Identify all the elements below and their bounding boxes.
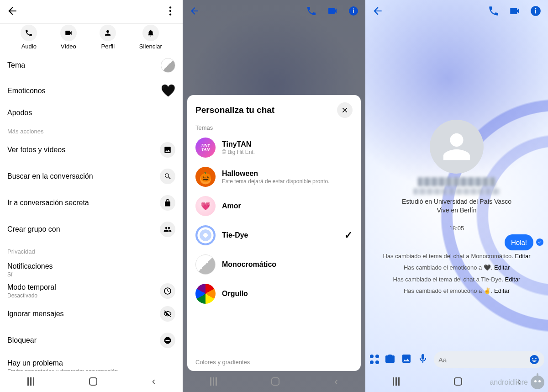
nicknames-row[interactable]: Apodos xyxy=(0,103,183,122)
edit-link[interactable]: Editar xyxy=(494,264,510,271)
nav-recents-icon[interactable] xyxy=(27,377,34,386)
more-icon[interactable] xyxy=(164,5,176,19)
svg-point-1 xyxy=(169,10,171,11)
block-row[interactable]: Bloquear xyxy=(0,327,183,354)
nav-recents-icon[interactable] xyxy=(210,377,217,386)
message-input[interactable] xyxy=(438,356,525,364)
settings-topbar xyxy=(0,0,183,24)
mute-button[interactable]: Silenciar xyxy=(139,25,162,50)
bio-line-2: Vive en Berlín xyxy=(437,207,477,214)
watermark-text: androidlibre xyxy=(490,378,528,387)
person-icon xyxy=(100,25,116,41)
watermark: androidlibre xyxy=(490,376,544,389)
theme-name: TinyTAN xyxy=(222,140,255,148)
svg-point-2 xyxy=(169,13,171,15)
svg-rect-10 xyxy=(535,10,536,14)
check-icon: ✓ xyxy=(344,229,353,241)
theme-halloween[interactable]: HalloweenEste tema dejará de estar dispo… xyxy=(193,162,355,191)
robot-icon xyxy=(531,376,544,389)
privacy-header: Privacidad xyxy=(0,243,183,257)
heart-icon: 🖤 xyxy=(161,84,175,98)
theme-row[interactable]: Tema xyxy=(0,53,183,78)
group-row[interactable]: Crear grupo con xyxy=(0,216,183,243)
block-label: Bloquear xyxy=(7,336,37,344)
theme-tiedye[interactable]: Tie-Dye ✓ xyxy=(193,221,355,250)
theme-circle-icon xyxy=(195,167,216,187)
sheet-title: Personaliza tu chat xyxy=(195,105,274,115)
apps-icon[interactable] xyxy=(370,355,379,365)
theme-amor[interactable]: Amor xyxy=(193,191,355,221)
theme-swatch-icon xyxy=(161,58,175,73)
svg-point-14 xyxy=(535,358,537,360)
phone-icon xyxy=(306,5,317,18)
ignore-row[interactable]: Ignorar mensajes xyxy=(0,301,183,327)
avatar[interactable] xyxy=(430,120,484,174)
theme-mono[interactable]: Monocromático xyxy=(193,250,355,279)
nav-back-icon[interactable]: ‹ xyxy=(334,375,338,388)
mic-icon[interactable] xyxy=(417,353,428,366)
theme-name: Monocromático xyxy=(222,260,276,269)
video-label: Vídeo xyxy=(61,43,76,50)
edit-link[interactable]: Editar xyxy=(494,287,510,294)
theme-circle-icon xyxy=(195,138,216,158)
nav-home-icon[interactable] xyxy=(271,377,279,386)
quick-actions: Audio Vídeo Perfil Silenciar xyxy=(0,24,183,53)
theme-sheet: Personaliza tu chat Temas TinyTAN© Big H… xyxy=(187,95,361,371)
chat-panel: Estudió en Universidad del País VascoViv… xyxy=(365,0,548,392)
themes-section-label: Temas xyxy=(193,121,355,133)
back-icon xyxy=(189,5,200,18)
theme-picker-panel: Personaliza tu chat Temas TinyTAN© Big H… xyxy=(183,0,365,392)
camera-icon[interactable] xyxy=(509,5,521,19)
close-icon[interactable] xyxy=(337,102,353,118)
audio-label: Audio xyxy=(21,43,37,50)
theme-desc: © Big Hit Ent. xyxy=(222,149,255,155)
temp-label: Modo temporal xyxy=(7,283,56,291)
profile-button[interactable]: Perfil xyxy=(100,25,116,50)
gallery-icon[interactable] xyxy=(401,353,412,366)
view-media-row[interactable]: Ver fotos y vídeos xyxy=(0,137,183,163)
sent-bubble[interactable]: Hola! xyxy=(505,234,533,250)
nav-recents-icon[interactable] xyxy=(393,377,400,386)
theme-tinytan[interactable]: TinyTAN© Big Hit Ent. xyxy=(193,133,355,162)
timer-icon xyxy=(160,283,175,299)
video-button[interactable]: Vídeo xyxy=(60,25,77,50)
eye-off-icon xyxy=(160,306,175,322)
camera-icon xyxy=(60,25,77,41)
notifications-row[interactable]: Notificaciones Sí xyxy=(0,257,183,280)
temp-mode-row[interactable]: Modo temporal Desactivado xyxy=(0,280,183,301)
theme-name: Halloween xyxy=(222,170,329,178)
theme-name: Tie-Dye xyxy=(222,231,248,239)
system-message: Has cambiado el emoticono a 🖤. Editar xyxy=(365,262,548,274)
composer: ✌️ xyxy=(365,348,548,371)
nav-home-icon[interactable] xyxy=(454,377,462,386)
message-input-wrap xyxy=(434,351,544,368)
theme-circle-icon xyxy=(195,284,216,304)
secret-label: Ir a conversación secreta xyxy=(7,199,89,207)
search-row[interactable]: Buscar en la conversación xyxy=(0,163,183,190)
profile-block: Estudió en Universidad del País VascoViv… xyxy=(365,120,548,215)
colors-section-label: Colores y gradientes xyxy=(193,355,355,367)
edit-link[interactable]: Editar xyxy=(515,253,531,260)
phone-icon[interactable] xyxy=(488,5,500,19)
nav-home-icon[interactable] xyxy=(89,377,97,386)
theme-name: Orgullo xyxy=(222,290,248,298)
search-icon xyxy=(160,169,175,184)
svg-point-0 xyxy=(169,6,171,8)
back-icon[interactable] xyxy=(372,5,384,19)
image-icon xyxy=(160,142,175,158)
camera-icon xyxy=(327,5,338,18)
theme-orgullo[interactable]: Orgullo xyxy=(193,279,355,308)
emoji-icon[interactable] xyxy=(529,354,540,365)
bell-icon xyxy=(142,25,159,41)
camera-icon[interactable] xyxy=(385,353,395,366)
info-icon[interactable] xyxy=(530,5,542,19)
message-row: Hola! xyxy=(365,232,548,250)
info-icon xyxy=(348,5,359,18)
edit-link[interactable]: Editar xyxy=(505,276,520,283)
lock-icon xyxy=(160,195,175,211)
emoticons-row[interactable]: Emoticonos 🖤 xyxy=(0,78,183,103)
audio-button[interactable]: Audio xyxy=(21,25,37,50)
back-icon[interactable] xyxy=(6,5,18,19)
nav-back-icon[interactable]: ‹ xyxy=(152,376,155,387)
secret-row[interactable]: Ir a conversación secreta xyxy=(0,190,183,216)
